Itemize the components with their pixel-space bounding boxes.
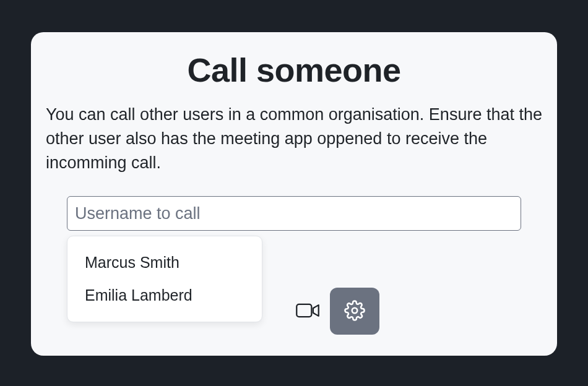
svg-marker-4 [313,305,319,316]
right-controls [295,288,379,335]
dialog-description: You can call other users in a common org… [46,103,542,175]
svg-point-5 [352,308,358,314]
dialog-title: Call someone [46,51,542,89]
settings-button[interactable] [330,288,379,335]
video-toggle-button[interactable] [295,299,320,324]
suggestion-item[interactable]: Emilia Lamberd [67,279,262,312]
username-suggestions-dropdown: Marcus Smith Emilia Lamberd [67,236,262,322]
svg-rect-3 [296,304,311,317]
suggestion-item[interactable]: Marcus Smith [67,246,262,279]
username-input-row: Marcus Smith Emilia Lamberd [46,196,542,231]
call-dialog: Call someone You can call other users in… [31,32,557,356]
username-input[interactable] [67,196,521,231]
gear-icon [344,300,365,323]
video-icon [296,302,319,321]
